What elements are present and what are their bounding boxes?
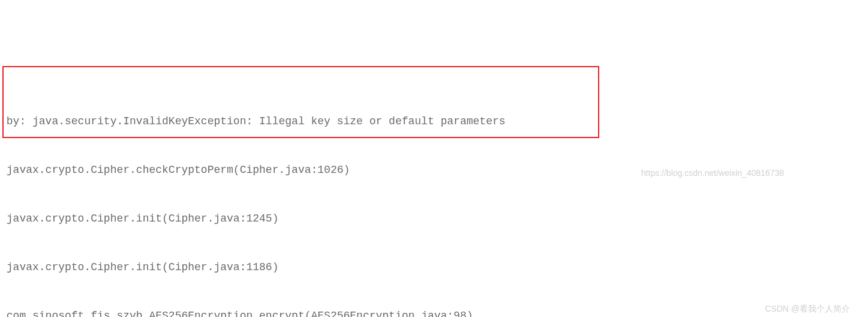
trace-line: by: java.security.InvalidKeyException: I…: [0, 113, 868, 130]
trace-line: javax.crypto.Cipher.checkCryptoPerm(Ciph…: [0, 162, 868, 178]
stacktrace-block-1: by: java.security.InvalidKeyException: I…: [0, 65, 868, 317]
trace-line: com.sinosoft.fis.szyb.AES256Encryption.e…: [0, 308, 868, 317]
trace-line: javax.crypto.Cipher.init(Cipher.java:124…: [0, 211, 868, 227]
trace-line: javax.crypto.Cipher.init(Cipher.java:118…: [0, 259, 868, 276]
